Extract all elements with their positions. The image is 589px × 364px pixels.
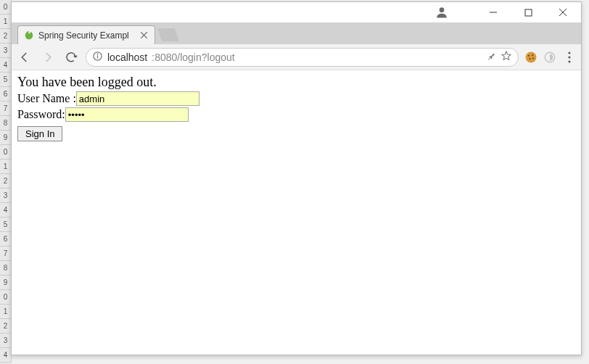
- reload-button[interactable]: [62, 49, 80, 66]
- svg-point-0: [440, 7, 445, 12]
- window-titlebar: [12, 2, 581, 22]
- new-tab-button[interactable]: [157, 28, 180, 41]
- page-content: You have been logged out. User Name : Pa…: [12, 70, 581, 355]
- close-icon: [141, 32, 147, 38]
- username-row: User Name :: [17, 91, 575, 106]
- svg-point-9: [97, 54, 98, 54]
- arrow-left-icon: [18, 51, 31, 64]
- svg-point-18: [568, 60, 570, 62]
- tab-close-button[interactable]: [139, 30, 149, 41]
- window-maximize-button[interactable]: [516, 4, 540, 21]
- close-icon: [559, 8, 567, 17]
- svg-rect-2: [525, 9, 532, 16]
- browser-tab[interactable]: Spring Security Exampl: [17, 25, 155, 44]
- svg-point-11: [528, 54, 530, 56]
- maximize-icon: [524, 9, 532, 17]
- kebab-menu-icon: [568, 51, 571, 63]
- reload-icon: [65, 51, 78, 64]
- minimize-icon: [489, 8, 498, 17]
- disabled-extension-icon[interactable]: [543, 51, 556, 64]
- tab-strip: Spring Security Exampl: [12, 22, 581, 44]
- address-bar[interactable]: localhost:8080/login?logout: [86, 48, 519, 67]
- password-label: Password:: [17, 108, 65, 121]
- tab-title: Spring Security Exampl: [38, 30, 134, 41]
- window-close-button[interactable]: [551, 4, 575, 21]
- password-row: Password:: [17, 107, 575, 122]
- svg-point-17: [568, 56, 570, 58]
- signin-button[interactable]: Sign In: [17, 126, 62, 141]
- logout-message: You have been logged out.: [17, 75, 575, 90]
- cookie-extension-icon[interactable]: [524, 51, 537, 64]
- password-input[interactable]: [65, 107, 189, 122]
- svg-point-13: [529, 58, 530, 59]
- url-path: :8080/login?logout: [152, 51, 234, 63]
- background-row-numbers: 0123456789012345678901234: [0, 0, 12, 364]
- forward-button: [39, 49, 57, 66]
- window-minimize-button[interactable]: [481, 4, 506, 21]
- username-label: User Name :: [17, 92, 76, 105]
- arrow-right-icon: [41, 51, 54, 64]
- pin-icon[interactable]: [486, 51, 496, 63]
- svg-point-10: [526, 51, 537, 62]
- username-input[interactable]: [76, 91, 199, 106]
- svg-point-14: [532, 57, 534, 59]
- svg-point-12: [532, 54, 533, 56]
- svg-point-16: [568, 51, 570, 54]
- address-bar-row: localhost:8080/login?logout: [12, 44, 581, 70]
- browser-menu-button[interactable]: [562, 49, 577, 66]
- site-info-icon[interactable]: [92, 51, 103, 64]
- browser-window: Spring Security Exampl localhost:8080/lo…: [11, 1, 582, 355]
- url-host: localhost: [107, 51, 147, 63]
- spring-favicon-icon: [24, 30, 34, 41]
- back-button[interactable]: [16, 49, 33, 66]
- user-account-icon[interactable]: [434, 5, 449, 20]
- star-icon[interactable]: [501, 50, 512, 64]
